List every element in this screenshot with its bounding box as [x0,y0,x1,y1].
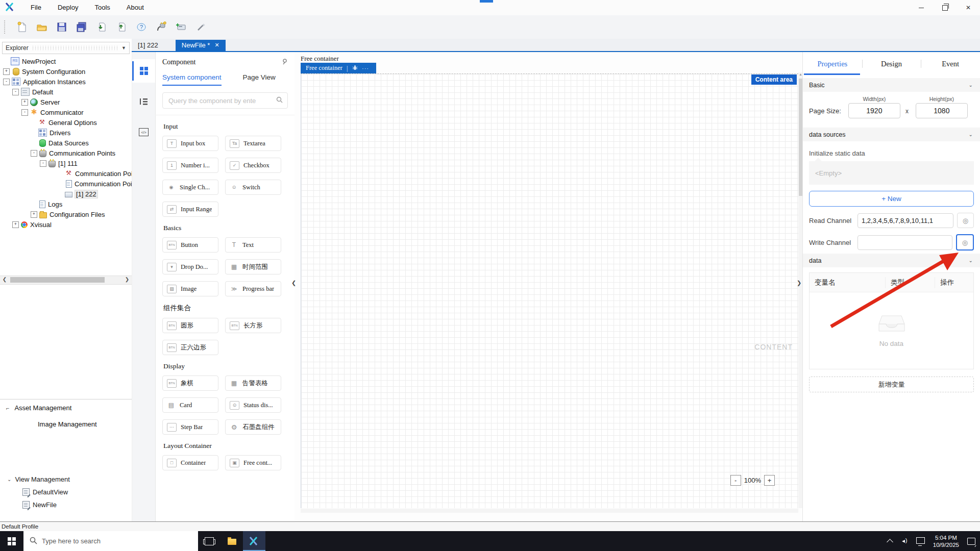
component-button[interactable]: BTNButton [162,237,218,253]
taskbar-clock[interactable]: 5:04 PM 10/9/2025 [929,534,963,548]
help-icon[interactable]: ? [135,21,148,33]
tray-expand-button[interactable] [884,531,897,551]
scrollbar-thumb[interactable] [799,79,802,196]
close-button[interactable]: ✕ [957,0,980,15]
component-chess[interactable]: BTN象棋 [162,375,218,391]
app-taskbar-button[interactable] [243,531,265,551]
strip-outline-tab[interactable] [132,90,155,113]
expander-icon[interactable]: - [3,79,10,85]
view-item-defaultview[interactable]: DefaultView [0,483,132,496]
canvas-hscrollbar[interactable] [301,509,798,513]
write-channel-input[interactable] [857,235,952,250]
expander-icon[interactable]: + [3,68,10,75]
zoom-out-button[interactable]: - [730,475,741,486]
tree-item-communication-point-doc[interactable]: Communication Poin [0,179,132,189]
read-channel-picker-button[interactable]: ◎ [957,213,974,228]
save-all-icon[interactable] [76,21,88,33]
close-tab-icon[interactable]: ✕ [214,42,219,48]
add-variable-button[interactable]: 新增变量 [809,377,974,392]
connect-icon[interactable] [155,21,167,33]
data-sources-section-header[interactable]: data sources ⌄ [803,128,980,141]
tree-item-logs[interactable]: Logs [0,199,132,209]
expander-icon[interactable]: + [12,221,19,228]
image-management-item[interactable]: Image Management [0,420,132,428]
file-explorer-button[interactable] [220,531,243,551]
tree-item-xvisual[interactable]: +Xvisual [0,219,132,230]
component-step-bar[interactable]: ⋯Step Bar [162,419,218,435]
expander-icon[interactable]: - [12,89,19,95]
tree-item-data-sources[interactable]: Data Sources [0,138,132,148]
tree-item-general-options[interactable]: ⚒General Options [0,117,132,128]
explorer-dropdown-icon[interactable]: ▼ [121,45,126,51]
component-text[interactable]: TText [225,237,281,253]
tree-item-configuration-files[interactable]: +Configuration Files [0,209,132,219]
expander-icon[interactable]: - [31,150,37,157]
more-options-icon[interactable]: ··· [362,65,369,71]
pin-icon[interactable] [281,58,288,66]
component-single-choice[interactable]: ◉Single Ch... [162,180,218,195]
tree-item-application-instances[interactable]: -Application Instances [0,77,132,87]
scroll-left-icon[interactable]: ❮ [1,277,8,283]
new-data-button[interactable]: + New [809,191,974,207]
component-status-display[interactable]: ⊙Status dis... [225,397,281,413]
tree-item-system-configuration[interactable]: +System Configuration [0,66,132,77]
component-hexagon[interactable]: BTN正六边形 [162,340,218,355]
read-channel-input[interactable] [857,213,953,228]
basic-section-header[interactable]: Basic ⌄ [803,78,980,92]
design-canvas[interactable] [301,73,798,508]
search-icon[interactable] [276,96,283,105]
menu-deploy[interactable]: Deploy [50,0,86,15]
tree-item-newproject[interactable]: RSNewProject [0,56,132,66]
data-section-header[interactable]: data ⌄ [803,254,980,267]
component-time-range[interactable]: ▦时间范围 [225,259,281,274]
network-button[interactable] [914,531,927,551]
tree-item-server[interactable]: +Server [0,97,132,107]
menu-about[interactable]: About [118,0,152,15]
strip-code-tab[interactable]: </> [132,120,155,144]
expander-icon[interactable]: - [40,160,46,167]
add-device-icon[interactable] [175,21,187,33]
tab-1-222[interactable]: [1] 222 [132,40,164,51]
expander-icon[interactable]: + [21,99,28,106]
asset-management-item[interactable]: ⌐ Asset Management [0,404,132,412]
component-card[interactable]: ▤Card [162,397,218,413]
minimize-button[interactable] [910,0,933,15]
component-dropdown[interactable]: ▾Drop Do... [162,259,218,274]
tab-event[interactable]: Event [921,54,980,73]
component-rectangle[interactable]: BTN长方形 [225,318,281,333]
tree-item-drivers[interactable]: Drivers [0,128,132,138]
tree-item-communication-point-config[interactable]: ⚒Communication Poin [0,168,132,179]
new-file-icon[interactable] [16,21,28,33]
taskbar-search[interactable]: Type here to search [23,531,198,551]
scroll-right-icon[interactable]: ❯ [124,277,131,283]
save-icon[interactable] [56,21,68,33]
component-textarea[interactable]: TaTextarea [225,136,281,151]
component-graphite-widget[interactable]: ⚙石墨盘组件 [225,419,281,435]
collapse-right-icon[interactable]: ❯ [797,280,801,286]
export-icon[interactable] [115,21,128,33]
open-folder-icon[interactable] [36,21,48,33]
tree-item-default[interactable]: -Default [0,87,132,97]
import-icon[interactable] [95,21,108,33]
height-input[interactable] [916,103,968,118]
component-input-box[interactable]: TInput box [162,136,218,151]
component-progress-bar[interactable]: ≫Progress bar [225,281,281,296]
component-number-input[interactable]: 1Number i... [162,158,218,173]
width-input[interactable] [848,103,900,118]
component-input-range[interactable]: ⇄Input Range [162,202,218,217]
tree-item-communication-points[interactable]: -Communication Points [0,148,132,158]
free-container-tab[interactable]: Free container | ··· [301,63,376,73]
zoom-in-button[interactable]: + [764,475,775,486]
expander-icon[interactable]: + [31,211,37,218]
tree-item-222[interactable]: [1] 222 [0,189,132,199]
component-switch[interactable]: ⊙Switch [225,180,281,195]
component-container[interactable]: □Container [162,455,218,470]
collapse-left-icon[interactable]: ❮ [291,280,296,286]
tab-newfile[interactable]: NewFile * ✕ [176,40,226,51]
component-alarm-table[interactable]: ▦告警表格 [225,375,281,391]
volume-button[interactable] [899,531,912,551]
component-free-container[interactable]: ▣Free cont... [225,455,281,470]
tab-design[interactable]: Design [862,54,921,73]
tab-properties[interactable]: Properties [803,54,862,73]
component-checkbox[interactable]: ✓Checkbox [225,158,281,173]
